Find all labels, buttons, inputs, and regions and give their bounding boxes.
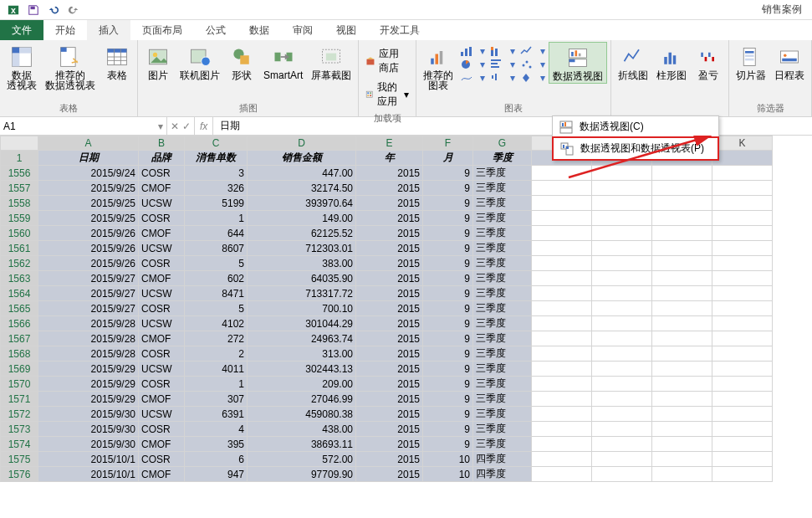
tab-file[interactable]: 文件 xyxy=(0,20,43,40)
header-cell[interactable]: 品牌 xyxy=(139,151,185,166)
cell[interactable] xyxy=(532,362,592,377)
cell[interactable]: 4 xyxy=(185,422,248,437)
cell[interactable]: 9 xyxy=(423,211,473,226)
cell[interactable]: 2015/9/25 xyxy=(38,211,139,226)
recommended-pivot-button[interactable]: 推荐的 数据透视表 xyxy=(42,42,99,92)
cell[interactable]: 三季度 xyxy=(473,196,532,211)
cell[interactable]: 2015 xyxy=(356,452,423,467)
cell[interactable]: 2015 xyxy=(356,256,423,271)
col-header-G[interactable]: G xyxy=(473,136,532,151)
cell[interactable]: UCSW xyxy=(139,316,185,331)
cell[interactable]: 2015 xyxy=(356,226,423,241)
screenshot-button[interactable]: 屏幕截图 xyxy=(308,42,355,82)
cell[interactable] xyxy=(652,286,712,301)
cell[interactable]: 5 xyxy=(185,301,248,316)
cell[interactable] xyxy=(712,211,773,226)
header-cell[interactable]: 月 xyxy=(423,151,473,166)
cell[interactable]: 9 xyxy=(423,256,473,271)
cell[interactable]: 10 xyxy=(423,452,473,467)
chart-type-row2[interactable]: ▾ ▾ ▾ xyxy=(460,59,545,70)
cell[interactable]: 209.00 xyxy=(248,377,356,392)
redo-icon[interactable] xyxy=(67,3,80,17)
cell[interactable]: 9 xyxy=(423,166,473,181)
cell[interactable]: COSR xyxy=(139,452,185,467)
store-button[interactable]: 应用商店 xyxy=(362,45,412,77)
tab-home[interactable]: 开始 xyxy=(43,20,87,40)
cell[interactable] xyxy=(712,452,773,467)
row-header-1557[interactable]: 1557 xyxy=(1,181,38,196)
cell[interactable]: COSR xyxy=(139,211,185,226)
cell[interactable] xyxy=(652,256,712,271)
cell[interactable]: CMOF xyxy=(139,437,185,452)
cell[interactable]: 2015 xyxy=(356,271,423,286)
fx-icon[interactable]: fx xyxy=(195,117,213,135)
cell[interactable] xyxy=(592,286,652,301)
smartart-button[interactable]: SmartArt xyxy=(260,42,306,82)
cell[interactable] xyxy=(592,331,652,346)
cell[interactable]: 6391 xyxy=(185,407,248,422)
cell[interactable]: 438.00 xyxy=(248,422,356,437)
cell[interactable]: 三季度 xyxy=(473,226,532,241)
row-header-1570[interactable]: 1570 xyxy=(1,377,38,392)
name-box-input[interactable] xyxy=(3,121,158,132)
cell[interactable] xyxy=(652,241,712,256)
cell[interactable]: CMOF xyxy=(139,271,185,286)
cell[interactable]: 302443.13 xyxy=(248,362,356,377)
cell[interactable]: 2015/9/26 xyxy=(38,226,139,241)
cell[interactable]: 2015 xyxy=(356,181,423,196)
cell[interactable]: UCSW xyxy=(139,196,185,211)
cell[interactable]: 三季度 xyxy=(473,301,532,316)
cell[interactable]: 9 xyxy=(423,271,473,286)
cell[interactable]: 2015 xyxy=(356,166,423,181)
cell[interactable]: 4011 xyxy=(185,362,248,377)
cell[interactable]: 149.00 xyxy=(248,211,356,226)
cell[interactable]: 2015 xyxy=(356,331,423,346)
cell[interactable] xyxy=(532,392,592,407)
header-cell[interactable]: 消售单数 xyxy=(185,151,248,166)
cell[interactable] xyxy=(712,256,773,271)
cell[interactable]: 2015 xyxy=(356,241,423,256)
cell[interactable]: 24963.74 xyxy=(248,331,356,346)
col-header-D[interactable]: D xyxy=(248,136,356,151)
cell[interactable] xyxy=(712,286,773,301)
cell[interactable]: 2015/9/28 xyxy=(38,331,139,346)
cell[interactable]: 2015/9/30 xyxy=(38,422,139,437)
cell[interactable] xyxy=(652,452,712,467)
row-header-1571[interactable]: 1571 xyxy=(1,392,38,407)
formula-input-wrap[interactable] xyxy=(213,117,812,135)
cell[interactable]: 5199 xyxy=(185,196,248,211)
tab-insert[interactable]: 插入 xyxy=(87,20,130,40)
cell[interactable] xyxy=(652,362,712,377)
cell[interactable]: 三季度 xyxy=(473,437,532,452)
cell[interactable]: 4102 xyxy=(185,316,248,331)
cell[interactable]: 1 xyxy=(185,211,248,226)
cell[interactable] xyxy=(532,256,592,271)
cell[interactable]: 2015/9/29 xyxy=(38,362,139,377)
cell[interactable] xyxy=(532,226,592,241)
cell[interactable] xyxy=(712,362,773,377)
row-header-1572[interactable]: 1572 xyxy=(1,407,38,422)
cell[interactable] xyxy=(532,211,592,226)
header-cell[interactable]: 日期 xyxy=(38,151,139,166)
cell[interactable] xyxy=(592,422,652,437)
cell[interactable]: CMOF xyxy=(139,392,185,407)
save-icon[interactable] xyxy=(27,3,40,17)
cell[interactable] xyxy=(712,241,773,256)
cell[interactable]: 301044.29 xyxy=(248,316,356,331)
cell[interactable]: UCSW xyxy=(139,362,185,377)
cell[interactable] xyxy=(532,316,592,331)
cell[interactable] xyxy=(652,377,712,392)
tab-developer[interactable]: 开发工具 xyxy=(368,20,432,40)
cell[interactable]: CMOF xyxy=(139,467,185,482)
cell[interactable] xyxy=(652,271,712,286)
cell[interactable]: 9 xyxy=(423,181,473,196)
row-header-1560[interactable]: 1560 xyxy=(1,226,38,241)
cell[interactable]: 700.10 xyxy=(248,301,356,316)
cell[interactable]: COSR xyxy=(139,377,185,392)
cell[interactable] xyxy=(652,422,712,437)
dd-pivotchart[interactable]: 数据透视图(C) xyxy=(553,116,718,137)
cell[interactable]: UCSW xyxy=(139,241,185,256)
accept-formula-icon[interactable]: ✓ xyxy=(182,121,191,132)
cell[interactable]: 2015/10/1 xyxy=(38,452,139,467)
cell[interactable]: 9 xyxy=(423,196,473,211)
